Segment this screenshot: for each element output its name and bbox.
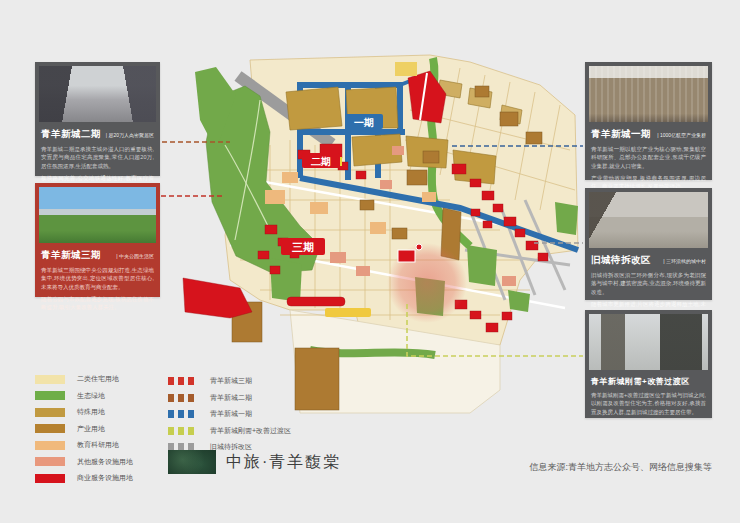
zone-phase3-swatch (168, 377, 198, 385)
card-phase2-paragraph: 青羊新城二期是承接主城外溢人口的重要板块,安置房与商品住宅高度聚集,常住人口超2… (41, 145, 154, 170)
card-phase2-photo (39, 66, 156, 122)
landuse-legend: 二类住宅用地 生态绿地 特殊用地 产业用地 教育科研用地 其他服务设施用地 商业… (35, 374, 133, 490)
card-transition: 青羊新城刚需+改善过渡区 青羊新城刚需+改善过渡区位于新城与旧城之间,以刚需及改… (585, 310, 712, 418)
legend-item-residential: 二类住宅用地 (35, 374, 133, 384)
brand-logo-text: 中旅·青羊馥棠 (226, 452, 341, 473)
legend-item-zone-phase2: 青羊新城二期 (168, 393, 291, 403)
industry-label: 产业用地 (77, 424, 105, 434)
card-transition-body: 青羊新城刚需+改善过渡区 青羊新城刚需+改善过渡区位于新城与旧城之间,以刚需及改… (589, 370, 708, 416)
education-label: 教育科研用地 (77, 440, 119, 450)
card-phase2-body: 青羊新城二期 | 超20万人高密聚居区 青羊新城二期是承接主城外溢人口的重要板块… (39, 122, 156, 190)
project-highlight (387, 243, 467, 323)
card-phase2: 青羊新城二期 | 超20万人高密聚居区 青羊新城二期是承接主城外溢人口的重要板块… (35, 62, 160, 176)
card-phase3-title: 青羊新城三期 (41, 249, 101, 262)
other-service-swatch (35, 457, 65, 466)
legend-item-special: 特殊用地 (35, 407, 133, 417)
card-phase1-title: 青羊新城一期 (591, 128, 651, 141)
card-transition-photo (589, 314, 708, 370)
legend-item-other-service: 其他服务设施用地 (35, 457, 133, 467)
phase1-badge-label: 一期 (354, 117, 374, 128)
zone-phase2-swatch (168, 394, 198, 402)
card-oldtown: 旧城待拆改区 | 三环沿线的城中村 旧城待拆改区沿三环外侧分布,现状多为老旧院落… (585, 188, 712, 300)
phase2-badge: 二期 (302, 153, 340, 168)
zone-transition-swatch (168, 427, 198, 435)
card-transition-title: 青羊新城刚需+改善过渡区 (591, 376, 690, 387)
zone-phase2-label: 青羊新城二期 (210, 393, 252, 403)
source-note: 信息来源:青羊地方志公众号、网络信息搜集等 (529, 461, 712, 474)
card-phase3-paragraph: 随着公园与市政配套逐步兑现,板块居住价值不断提升,吸引大量改善人群关注。 (41, 295, 154, 312)
card-oldtown-title: 旧城待拆改区 (591, 254, 651, 267)
industry-swatch (35, 424, 65, 433)
residential-swatch (35, 375, 65, 384)
zone-legend: 青羊新城三期 青羊新城二期 青羊新城一期 青羊新城刚需+改善过渡区 旧城待拆改区 (168, 376, 291, 459)
phase1-badge: 一期 (345, 114, 383, 129)
card-phase2-title: 青羊新城二期 (41, 128, 101, 141)
other-service-label: 其他服务设施用地 (77, 457, 133, 467)
card-phase1: 青羊新城一期 | 1000亿航空产业集群 青羊新城一期以航空产业为核心驱动,聚集… (585, 62, 712, 180)
eco-green-swatch (35, 391, 65, 400)
commercial-label: 商业服务设施用地 (77, 473, 133, 483)
zone-phase1-label: 青羊新城一期 (210, 409, 252, 419)
card-phase3-body: 青羊新城三期 | 中央公园生活区 青羊新城三期围绕中央公园规划打造,生态绿地集中… (39, 243, 156, 311)
zone-phase3-label: 青羊新城三期 (210, 376, 252, 386)
card-phase1-photo (589, 66, 708, 122)
phase2-badge-label: 二期 (311, 156, 331, 167)
commercial-swatch (35, 474, 65, 483)
card-oldtown-paragraph: 旧城待拆改区沿三环外侧分布,现状多为老旧院落与城中村,建筑密度高,业态混杂,环境… (591, 271, 706, 296)
eco-green-label: 生态绿地 (77, 391, 105, 401)
zone-transition-label: 青羊新城刚需+改善过渡区 (210, 426, 291, 436)
legend-item-zone-phase3: 青羊新城三期 (168, 376, 291, 386)
card-transition-paragraph: 青羊新城刚需+改善过渡区位于新城与旧城之间,以刚需及改善型住宅为主,价格相对友好… (591, 391, 706, 416)
card-oldtown-body: 旧城待拆改区 | 三环沿线的城中村 旧城待拆改区沿三环外侧分布,现状多为老旧院落… (589, 248, 708, 316)
card-oldtown-photo (589, 192, 708, 248)
residential-label: 二类住宅用地 (77, 374, 119, 384)
legend-item-eco-green: 生态绿地 (35, 391, 133, 401)
zone-phase1-swatch (168, 410, 198, 418)
planning-map: 一期 二期 三期 (170, 50, 590, 430)
brand-logo-image (168, 450, 216, 474)
card-phase3-paragraph: 青羊新城三期围绕中央公园规划打造,生态绿地集中,环境优势突出,定位区域改善型居住… (41, 266, 154, 291)
poster-canvas: { "poster": { "logo_text": "中旅·青羊馥棠", "s… (0, 0, 740, 523)
special-swatch (35, 408, 65, 417)
card-oldtown-subtitle: | 三环沿线的城中村 (663, 258, 706, 264)
legend-item-industry: 产业用地 (35, 424, 133, 434)
card-phase3: 青羊新城三期 | 中央公园生活区 青羊新城三期围绕中央公园规划打造,生态绿地集中… (35, 183, 160, 297)
card-phase3-subtitle: | 中央公园生活区 (116, 253, 154, 259)
legend-item-zone-transition: 青羊新城刚需+改善过渡区 (168, 426, 291, 436)
brand-logo: 中旅·青羊馥棠 (168, 450, 341, 474)
legend-item-zone-phase1: 青羊新城一期 (168, 409, 291, 419)
card-phase1-body: 青羊新城一期 | 1000亿航空产业集群 青羊新城一期以航空产业为核心驱动,聚集… (589, 122, 708, 190)
phase3-badge-label: 三期 (292, 241, 314, 253)
phase3-badge: 三期 (281, 238, 325, 255)
education-swatch (35, 441, 65, 450)
special-label: 特殊用地 (77, 407, 105, 417)
card-phase3-photo (39, 187, 156, 243)
card-phase1-paragraph: 青羊新城一期以航空产业为核心驱动,聚集航空科研院所、总部办公及配套企业,形成千亿… (591, 145, 706, 170)
card-phase1-subtitle: | 1000亿航空产业集群 (657, 132, 706, 138)
legend-item-education: 教育科研用地 (35, 440, 133, 450)
card-phase2-subtitle: | 超20万人高密聚居区 (106, 132, 154, 138)
legend-item-commercial: 商业服务设施用地 (35, 473, 133, 483)
